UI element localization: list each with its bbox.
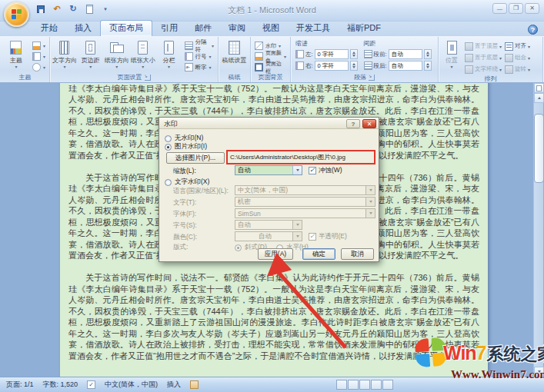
ruler-toggle-button[interactable] [534, 83, 544, 93]
margins-button[interactable]: 页边距 [78, 38, 104, 71]
rotate-icon [505, 65, 513, 74]
close-button[interactable] [525, 3, 539, 14]
text-watermark-radio[interactable] [165, 179, 172, 186]
no-watermark-radio[interactable] [165, 135, 172, 142]
paragraph-group: 缩进 左: 0 字符 右: 0 字符 间距 [291, 37, 439, 82]
spacing-after-stepper[interactable] [424, 61, 432, 71]
dialog-launcher-icon[interactable] [145, 75, 151, 81]
group-icon [505, 54, 513, 62]
logo-url-text: Www.Winwin7.com [451, 368, 544, 381]
scroll-up-button[interactable] [534, 93, 544, 103]
tab-insert[interactable]: 插入 [66, 21, 100, 36]
tab-references[interactable]: 引用 [152, 21, 186, 36]
logo-seven-text: 7 [476, 342, 487, 364]
office-button[interactable] [4, 2, 29, 27]
indent-right-stepper[interactable] [350, 61, 358, 71]
spacing-after-icon [364, 61, 372, 70]
line-numbers-button[interactable]: 行号 [182, 51, 216, 61]
indent-left-input[interactable]: 0 字符 [315, 49, 349, 59]
print-layout-view-button[interactable] [336, 380, 347, 390]
spellcheck-icon[interactable]: ✓ [87, 380, 95, 389]
breaks-button[interactable]: 分隔符 [182, 41, 216, 51]
dialog-help-button[interactable] [346, 119, 360, 128]
semitransparent-checkbox [309, 233, 316, 241]
ribbon-tab-row: 开始 插入 页面布局 引用 邮件 审阅 视图 开发工具 福昕PDF [0, 22, 544, 36]
text-direction-icon [57, 40, 72, 55]
dropdown-arrow-icon[interactable] [292, 166, 302, 174]
view-mode-buttons [336, 380, 393, 390]
breaks-icon [185, 42, 193, 50]
dialog-close-button[interactable] [362, 119, 376, 128]
tab-developer[interactable]: 开发工具 [288, 21, 339, 36]
draft-view-button[interactable] [382, 380, 393, 390]
paper-grid-group: 稿纸设置 稿纸 [219, 37, 251, 82]
dropdown-arrow-icon [292, 232, 302, 241]
spacing-before-input[interactable]: 自动 [389, 49, 422, 59]
picture-watermark-radio[interactable] [165, 144, 172, 151]
web-layout-view-button[interactable] [359, 380, 370, 390]
scrollbar-thumb[interactable] [534, 114, 544, 183]
themes-icon [8, 40, 23, 55]
align-button[interactable]: 对齐 [503, 41, 532, 51]
restore-button[interactable] [509, 3, 523, 14]
theme-fonts-button[interactable] [30, 51, 48, 61]
theme-colors-button[interactable] [30, 41, 48, 51]
columns-icon [162, 40, 176, 55]
indent-left-stepper[interactable] [350, 49, 358, 59]
language-dropdown: 中文(简体，中国) [235, 185, 375, 195]
minimize-button[interactable] [492, 3, 507, 14]
vertical-scrollbar[interactable] [533, 83, 543, 377]
logo-win-text: Win [443, 342, 476, 364]
indent-right-icon [295, 61, 304, 70]
page-indicator[interactable]: 页面: 1/1 [6, 380, 34, 390]
dialog-launcher-icon[interactable] [369, 75, 375, 81]
fullscreen-view-button[interactable] [348, 380, 359, 390]
apply-button[interactable]: 应用(A) [258, 248, 293, 260]
group-button[interactable]: 组合 [503, 52, 532, 63]
themes-button[interactable]: 主题 [2, 38, 30, 71]
tab-home[interactable]: 开始 [32, 21, 66, 36]
tab-page-layout[interactable]: 页面布局 [100, 20, 152, 36]
spacing-before-stepper[interactable] [424, 49, 432, 59]
tab-foxit-pdf[interactable]: 福昕PDF [339, 21, 389, 36]
theme-effects-button[interactable] [30, 62, 48, 72]
select-picture-button[interactable]: 选择图片(P)... [166, 152, 225, 164]
help-icon[interactable] [528, 25, 538, 35]
send-to-back-button[interactable]: 置于底层 [463, 52, 503, 63]
orientation-button[interactable]: 纸张方向 [104, 38, 130, 71]
indent-right-input[interactable]: 0 字符 [315, 61, 349, 71]
title-bar: 文档 1 - Microsoft Word [0, 0, 544, 22]
insert-mode-indicator[interactable]: 插入 [167, 380, 181, 390]
page-borders-button[interactable]: 页面边框 [252, 62, 289, 72]
scale-dropdown[interactable]: 自动 [235, 165, 302, 175]
washout-checkbox[interactable] [309, 167, 316, 174]
send-to-back-icon [465, 54, 473, 62]
grid-settings-button[interactable]: 稿纸设置 [220, 38, 249, 64]
paper-size-button[interactable]: 纸张大小 [130, 38, 156, 71]
margins-icon [83, 40, 98, 55]
position-button[interactable]: 位置 [440, 38, 463, 71]
ribbon: 主题 主题 文字方向 页边距 [0, 36, 544, 83]
tab-view[interactable]: 视图 [254, 21, 288, 36]
text-direction-button[interactable]: 文字方向 [52, 38, 78, 71]
outline-view-button[interactable] [371, 380, 382, 390]
text-wrapping-button[interactable]: 文字环绕 [463, 64, 503, 75]
picture-path-value: C:\Users\Administrator\Desktop\图片\0.jpg [226, 150, 375, 164]
page-borders-icon [255, 63, 263, 71]
text-wrapping-icon [465, 65, 473, 74]
word-count[interactable]: 字数: 1,520 [43, 380, 78, 390]
rotate-button[interactable]: 旋转 [503, 64, 532, 75]
hyphenation-button[interactable]: 断字 [182, 62, 216, 72]
macro-record-icon[interactable] [190, 380, 199, 389]
spacing-after-input[interactable]: 自动 [389, 61, 422, 71]
language-indicator[interactable]: 中文(简体，中国) [105, 380, 158, 390]
grid-settings-icon [227, 40, 242, 55]
tab-review[interactable]: 审阅 [220, 21, 254, 36]
color-dropdown: 自动 [235, 231, 302, 241]
bring-to-front-button[interactable]: 置于顶层 [463, 41, 503, 51]
page-background-group: 水印 页面颜色 页面边框 页面背景 [251, 37, 291, 82]
columns-button[interactable]: 分栏 [156, 38, 182, 71]
ok-button[interactable]: 确定 [302, 248, 335, 260]
tab-mailings[interactable]: 邮件 [186, 21, 220, 36]
cancel-button[interactable]: 取消 [341, 248, 374, 260]
